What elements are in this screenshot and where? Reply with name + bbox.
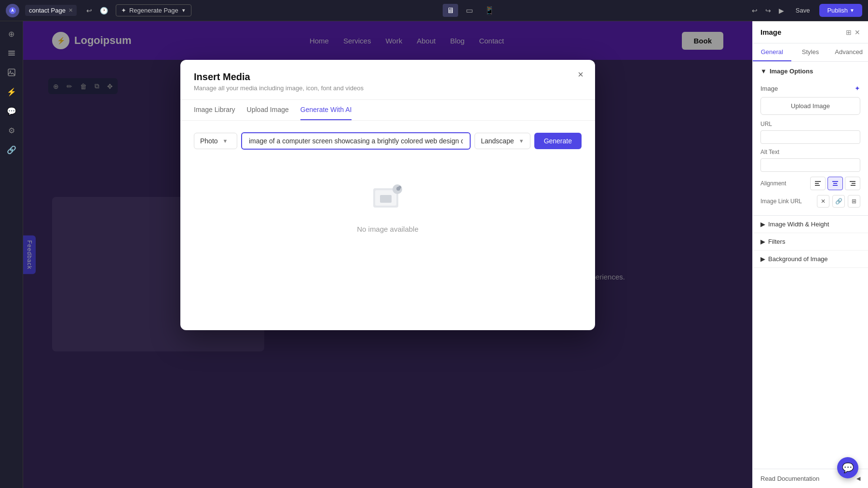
tab-generate-ai[interactable]: Generate With AI [300,100,352,120]
link-url-link-button[interactable]: 🔗 [832,195,845,208]
type-dropdown-icon: ▼ [223,138,228,144]
filters-section[interactable]: ▶ Filters [753,233,868,251]
generate-button[interactable]: Generate [534,133,582,149]
svg-rect-17 [833,185,838,186]
image-options-content: Image ✦ Upload Image URL Alt Text [753,81,868,215]
publish-label: Publish [827,7,848,14]
svg-rect-16 [833,183,837,184]
play-icon[interactable]: ▶ [777,5,786,16]
publish-button[interactable]: Publish ▼ [819,4,862,17]
page-tab[interactable]: contact Page ✕ [25,5,77,16]
svg-rect-3 [8,55,15,56]
modal-close-button[interactable]: × [574,68,587,81]
width-height-section[interactable]: ▶ Image Width & Height [753,216,868,233]
page-tab-label: contact Page [29,7,66,14]
orientation-dropdown-icon: ▼ [519,138,524,144]
topbar: contact Page ✕ ↩ 🕐 ✦ Regenerate Page ▼ 🖥… [0,0,868,21]
url-row: URL [760,121,860,144]
alignment-control-row: Alignment [760,177,860,190]
sidebar-image-icon[interactable] [3,64,20,81]
panel-tabs: General Styles Advanced [753,43,868,62]
main-layout: ⊕ ⚡ 💬 ⚙ 🔗 ⚡ Logoipsum Home Services Work [0,21,868,488]
panel-header: Image ⊞ ✕ [753,21,868,43]
upload-image-panel-button[interactable]: Upload Image [760,97,860,115]
sidebar-link-icon[interactable]: 🔗 [3,141,20,158]
save-button[interactable]: Save [790,5,816,16]
redo-icon[interactable]: ↪ [763,5,773,16]
sidebar-add-icon[interactable]: ⊕ [3,25,20,42]
alignment-row: Alignment [760,177,860,190]
panel-tab-general[interactable]: General [753,43,791,61]
link-url-row-container: Image Link URL ✕ 🔗 ⊞ [760,195,860,208]
sidebar-settings-icon[interactable]: ⚙ [3,122,20,139]
url-label: URL [760,121,860,127]
svg-rect-15 [832,181,838,182]
type-select-value: Photo [200,137,218,145]
panel-tab-styles[interactable]: Styles [791,43,830,61]
undo-icon[interactable]: ↩ [750,5,760,16]
sidebar-chat-icon[interactable]: 💬 [3,102,20,120]
svg-rect-1 [8,51,15,52]
read-docs-label: Read Documentation [760,475,819,482]
modal-title: Insert Media [194,71,582,83]
url-input[interactable] [760,130,860,144]
desktop-device-btn[interactable]: 🖥 [443,4,458,17]
canvas-area: ⚡ Logoipsum Home Services Work About Blo… [23,21,752,488]
link-url-external-button[interactable]: ⊞ [848,195,860,208]
align-left-btn[interactable] [810,177,826,190]
panel-header-icons: ⊞ ✕ [846,28,860,36]
orientation-select[interactable]: Landscape ▼ [475,133,530,149]
svg-rect-8 [380,195,392,203]
clock-icon[interactable]: 🕐 [98,5,110,16]
link-url-x-button[interactable]: ✕ [817,195,829,208]
svg-point-5 [10,70,11,72]
history-icon[interactable]: ↩ [84,5,94,16]
chevron-right-icon-wh: ▶ [760,221,765,228]
background-section[interactable]: ▶ Background of Image [753,251,868,268]
tablet-device-btn[interactable]: ▭ [462,4,477,17]
regen-dropdown-icon: ▼ [181,8,186,13]
panel-tab-advanced[interactable]: Advanced [829,43,868,61]
width-height-label: ▶ Image Width & Height [760,221,829,228]
read-docs-chevron: ◀ [856,475,860,482]
tab-image-library[interactable]: Image Library [194,100,235,120]
sidebar-lightning-icon[interactable]: ⚡ [3,83,20,100]
tab-upload-image[interactable]: Upload Image [247,100,289,120]
svg-rect-18 [850,181,855,182]
prompt-input[interactable] [241,132,471,150]
no-image-area: No image available [194,150,582,262]
sidebar-layers-icon[interactable] [3,44,20,62]
no-image-text: No image available [357,225,419,233]
svg-rect-19 [852,183,855,184]
svg-rect-20 [851,185,855,186]
modal-overlay: Insert Media Manage all your media inclu… [23,21,752,488]
regen-button[interactable]: ✦ Regenerate Page ▼ [116,4,191,16]
mobile-device-btn[interactable]: 📱 [481,4,498,17]
regen-icon: ✦ [121,7,126,14]
panel-expand-icon[interactable]: ⊞ [846,28,852,36]
align-center-btn[interactable] [827,177,843,190]
panel-close-icon[interactable]: ✕ [854,28,860,36]
regen-label: Regenerate Page [129,7,178,14]
svg-point-11 [398,186,401,189]
generate-controls: Photo ▼ Landscape ▼ Generate [194,132,582,150]
svg-rect-14 [815,185,820,186]
image-options-header[interactable]: ▼ Image Options [753,62,868,81]
svg-rect-2 [8,53,15,54]
align-right-btn[interactable] [845,177,860,190]
alignment-label: Alignment [760,180,786,187]
link-url-control: Image Link URL ✕ 🔗 ⊞ [760,195,860,208]
topbar-icons: ↩ 🕐 [84,5,110,16]
chat-bubble[interactable]: 💬 [837,457,858,478]
modal-header: Insert Media Manage all your media inclu… [180,60,595,100]
image-add-icon[interactable]: ✦ [854,84,860,92]
device-switcher: 🖥 ▭ 📱 [197,4,744,17]
alt-text-input[interactable] [760,158,860,172]
orientation-value: Landscape [481,137,514,145]
link-url-label: Image Link URL [760,198,802,205]
type-select[interactable]: Photo ▼ [194,133,237,149]
no-image-icon [368,179,407,217]
publish-dropdown-icon: ▼ [850,8,854,13]
alt-text-label: Alt Text [760,149,860,155]
svg-rect-13 [815,183,819,184]
